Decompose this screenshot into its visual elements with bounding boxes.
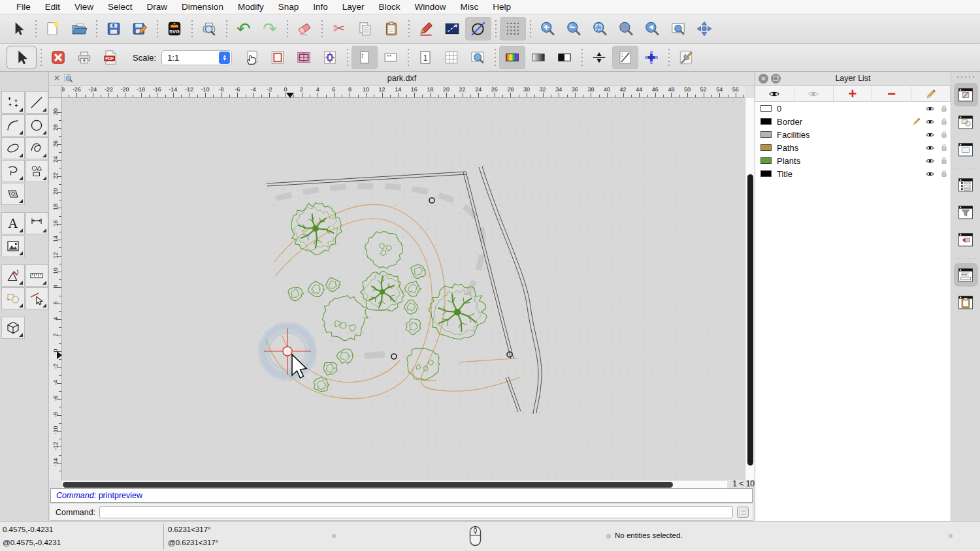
- tool-solid[interactable]: [1, 317, 25, 339]
- zoom-page-button[interactable]: [465, 46, 491, 69]
- layer-visibility-toggle[interactable]: [923, 117, 937, 127]
- dock-clipboard-button[interactable]: [954, 291, 978, 314]
- dock-library-browser-button[interactable]: [954, 138, 978, 161]
- dock-entity-list-button[interactable]: [954, 173, 978, 197]
- open-document-button[interactable]: [66, 17, 92, 40]
- command-options-button[interactable]: [737, 507, 749, 518]
- layer-visibility-toggle[interactable]: [923, 143, 937, 153]
- grayscale-output-toggle[interactable]: [525, 46, 551, 69]
- layer-row-plants[interactable]: Plants: [755, 154, 951, 167]
- layer-lock-toggle[interactable]: [937, 104, 951, 113]
- line-width-scaling-button[interactable]: [586, 46, 612, 69]
- dock-explode-button[interactable]: [954, 228, 978, 251]
- layer-visibility-toggle[interactable]: [923, 156, 937, 166]
- drawing-canvas[interactable]: [62, 98, 745, 480]
- menu-info[interactable]: Info: [306, 2, 335, 12]
- export-svg-button[interactable]: SVG: [161, 17, 188, 40]
- tool-image[interactable]: [1, 235, 25, 257]
- tiled-pages-button[interactable]: [291, 46, 317, 69]
- delete-button[interactable]: [291, 17, 318, 40]
- remove-layer-button[interactable]: −: [872, 86, 911, 101]
- layer-row-border[interactable]: Border: [755, 115, 951, 128]
- layer-visibility-toggle[interactable]: [923, 130, 937, 140]
- zoom-in-button[interactable]: [534, 17, 561, 40]
- command-input[interactable]: [99, 506, 733, 518]
- show-all-layers-button[interactable]: [755, 86, 794, 101]
- vertical-scrollbar-thumb[interactable]: [747, 174, 753, 465]
- fit-to-page-button[interactable]: [317, 46, 343, 69]
- hide-all-layers-button[interactable]: [794, 86, 834, 101]
- menu-help[interactable]: Help: [485, 2, 518, 12]
- tool-ellipse[interactable]: [1, 137, 25, 159]
- layer-row-facilities[interactable]: Facilities: [755, 128, 951, 141]
- multi-page-button[interactable]: [438, 46, 465, 69]
- dock-command-line-button[interactable]: [954, 263, 978, 287]
- grid-toggle[interactable]: [500, 17, 526, 40]
- zoom-auto-button[interactable]: [587, 17, 613, 40]
- settings-button[interactable]: [673, 46, 699, 69]
- crosshair-toggle[interactable]: [638, 46, 664, 69]
- move-paper-button[interactable]: [238, 46, 265, 69]
- zoom-out-button[interactable]: [561, 17, 587, 40]
- tool-polygon[interactable]: [25, 160, 49, 182]
- menu-select[interactable]: Select: [101, 2, 140, 12]
- zoom-pan-button[interactable]: [691, 17, 717, 40]
- menu-file[interactable]: File: [9, 2, 38, 12]
- menu-view[interactable]: View: [67, 2, 101, 12]
- layer-visibility-toggle[interactable]: [923, 169, 937, 179]
- horizontal-scrollbar[interactable]: [62, 480, 727, 488]
- menu-edit[interactable]: Edit: [38, 2, 67, 12]
- menu-dimension[interactable]: Dimension: [174, 2, 231, 12]
- add-layer-button[interactable]: +: [834, 86, 873, 101]
- horizontal-scrollbar-thumb[interactable]: [63, 482, 673, 488]
- menu-misc[interactable]: Misc: [453, 2, 486, 12]
- print-preview-button[interactable]: [196, 17, 222, 40]
- menu-modify[interactable]: Modify: [231, 2, 271, 12]
- layer-visibility-toggle[interactable]: [923, 104, 937, 114]
- paste-button[interactable]: [378, 17, 404, 40]
- layer-lock-toggle[interactable]: [937, 143, 951, 152]
- draft-mode-toggle[interactable]: [612, 46, 638, 69]
- tool-polyline[interactable]: [1, 160, 25, 182]
- portrait-toggle[interactable]: [351, 46, 378, 69]
- redo-button[interactable]: ↷: [257, 17, 283, 40]
- layer-lock-toggle[interactable]: [937, 156, 951, 165]
- tool-arc[interactable]: [1, 114, 25, 136]
- single-page-button[interactable]: 1: [412, 46, 438, 69]
- layer-lock-toggle[interactable]: [937, 117, 951, 126]
- tool-select-entities[interactable]: [1, 287, 25, 309]
- tool-misc[interactable]: [1, 264, 25, 287]
- zoom-previous-button[interactable]: [639, 17, 665, 40]
- tool-points[interactable]: [1, 91, 25, 114]
- line-attributes-button[interactable]: [439, 17, 465, 40]
- undo-button[interactable]: ↶: [231, 17, 257, 40]
- new-document-button[interactable]: [40, 17, 66, 40]
- landscape-toggle[interactable]: [378, 46, 404, 69]
- copy-button[interactable]: [352, 17, 378, 40]
- draft-lines-toggle[interactable]: [465, 17, 491, 40]
- tool-text[interactable]: A: [1, 212, 25, 234]
- layer-row-title[interactable]: Title: [755, 167, 951, 180]
- select-arrow[interactable]: [5, 17, 31, 40]
- blackwhite-output-toggle[interactable]: [551, 46, 578, 69]
- edit-layer-button[interactable]: [911, 86, 951, 101]
- menu-layer[interactable]: Layer: [335, 2, 372, 12]
- menu-block[interactable]: Block: [372, 2, 408, 12]
- zoom-selection-button[interactable]: [613, 17, 639, 40]
- tool-circle[interactable]: [25, 114, 49, 136]
- layer-lock-toggle[interactable]: [937, 130, 951, 139]
- tool-measure[interactable]: [25, 264, 49, 287]
- dock-filter-button[interactable]: [954, 200, 978, 224]
- layer-row-paths[interactable]: Paths: [755, 141, 951, 154]
- menu-draw[interactable]: Draw: [140, 2, 175, 12]
- save-as-button[interactable]: [127, 17, 153, 40]
- dock-pen-palette-button[interactable]: [954, 83, 978, 106]
- layer-lock-toggle[interactable]: [937, 169, 951, 178]
- scale-select[interactable]: 1:1▲▼: [161, 50, 232, 65]
- save-button[interactable]: [101, 17, 127, 40]
- vertical-scrollbar[interactable]: [745, 98, 755, 480]
- pen-button[interactable]: [413, 17, 439, 40]
- select-pointer-button[interactable]: [7, 46, 37, 69]
- color-output-toggle[interactable]: [499, 46, 525, 69]
- zoom-window-button[interactable]: [665, 17, 691, 40]
